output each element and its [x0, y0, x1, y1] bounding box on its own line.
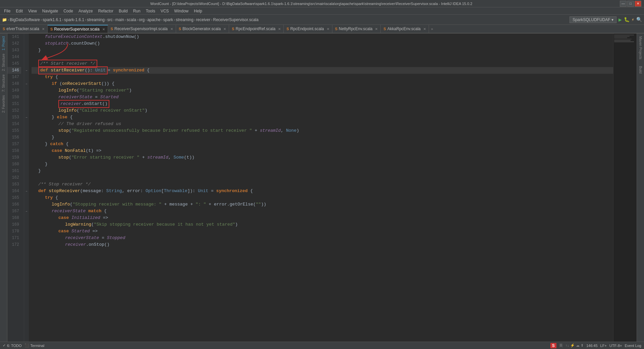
linenum-150: 150: [7, 94, 21, 101]
code-line-167: receiverState match {: [32, 208, 613, 215]
tab-icon-bg: S: [179, 27, 181, 31]
event-log-button[interactable]: Event Log: [625, 344, 641, 348]
tab-icon-active: S: [50, 27, 53, 31]
menu-edit[interactable]: Edit: [13, 8, 25, 14]
linenum-145: 145: [7, 60, 21, 67]
code-line-156: }: [32, 134, 613, 141]
build-panel-toggle[interactable]: Build: [639, 65, 642, 75]
menu-refactor[interactable]: Refactor: [96, 8, 116, 14]
code-content[interactable]: futureExecutionContext.shutdownNow() sto…: [29, 34, 613, 342]
menu-run[interactable]: Run: [130, 8, 143, 14]
project-panel-toggle[interactable]: 1: Project: [2, 35, 5, 52]
menu-navigate[interactable]: Navigate: [40, 8, 61, 14]
code-line-144: [32, 54, 613, 60]
structure-panel-toggle[interactable]: 2: Structure: [2, 52, 5, 72]
linenum-153: 153: [7, 114, 21, 121]
tab-close-receiversupervisor[interactable]: ✕: [102, 27, 105, 31]
fold-164[interactable]: –: [24, 188, 29, 194]
breadcrumb-spark16[interactable]: spark-1.6.1: [64, 17, 84, 22]
breadcrumb-spark1[interactable]: spark1.6.1: [43, 17, 61, 22]
menu-window[interactable]: Window: [171, 8, 191, 14]
linenum-155: 155: [7, 127, 21, 134]
code-line-151: receiver.onStart(): [32, 101, 613, 107]
code-line-153: } else {: [32, 114, 613, 121]
breadcrumb-d[interactable]: 📁: [2, 17, 7, 22]
linenum-154: 154: [7, 121, 21, 127]
breadcrumb-bigdata[interactable]: BigDataSoftware: [10, 17, 40, 22]
breadcrumb-src[interactable]: src: [107, 17, 113, 22]
run-button[interactable]: ▶: [619, 16, 622, 23]
code-line-160: }: [32, 161, 613, 168]
linenum-151: 151: [7, 101, 21, 107]
fold-146[interactable]: –: [24, 67, 29, 74]
toolbar: 📁 › BigDataSoftware › spark1.6.1 › spark…: [0, 15, 644, 25]
debug-button[interactable]: 🐛: [624, 17, 630, 22]
breadcrumb-streaming[interactable]: streaming: [87, 17, 105, 22]
hierarchy-panel-toggle[interactable]: 7: Structure: [2, 73, 5, 93]
code-line-143: }: [32, 47, 613, 54]
breadcrumb-receiver[interactable]: receiver: [196, 17, 211, 22]
tabs-overflow[interactable]: »: [429, 27, 435, 31]
breadcrumb-scala[interactable]: scala: [127, 17, 136, 22]
code-line-157: } catch {: [32, 141, 613, 148]
terminal-button[interactable]: ⬛ Terminal: [24, 343, 45, 348]
breadcrumb-apache[interactable]: apache: [147, 17, 160, 22]
search-everywhere-button[interactable]: 🔍: [636, 17, 642, 22]
code-line-154: // The driver refused us: [32, 121, 613, 127]
menu-tools[interactable]: Tools: [143, 8, 158, 14]
menu-view[interactable]: View: [25, 8, 40, 14]
tab-close-rpc[interactable]: ✕: [327, 27, 329, 31]
linenum-161: 161: [7, 168, 21, 174]
tab-close-akka[interactable]: ✕: [423, 27, 426, 31]
config-dropdown[interactable]: SparkSQLUDFUDAF ▾: [570, 16, 616, 23]
code-line-152: logInfo("Called receiver onStart"): [32, 107, 613, 114]
fold-167[interactable]: –: [24, 208, 29, 215]
linenum-156: 156: [7, 134, 21, 141]
tab-close-impl[interactable]: ✕: [170, 27, 173, 31]
breadcrumb-streaming2[interactable]: streaming: [176, 17, 194, 22]
linenum-159: 159: [7, 154, 21, 161]
menu-file[interactable]: File: [1, 8, 13, 14]
todo-button[interactable]: ✓ 6: TODO: [3, 343, 22, 348]
linenum-162: 162: [7, 174, 21, 181]
code-line-161: }: [32, 168, 613, 174]
tab-nettyrpc[interactable]: S NettyRpcEnv.scala ✕: [332, 25, 381, 33]
fold-148[interactable]: –: [24, 80, 29, 87]
tab-eivertracker[interactable]: S eIverTracker.scala ✕: [0, 25, 48, 33]
breadcrumb-main[interactable]: main: [115, 17, 124, 22]
breadcrumb-org[interactable]: org: [139, 17, 145, 22]
maximize-button[interactable]: □: [627, 1, 634, 7]
tab-icon-netty: S: [335, 27, 337, 31]
tab-receiversupervisor[interactable]: S ReceiverSupervisor.scala ✕: [48, 25, 108, 33]
favorites-panel-toggle[interactable]: 2: Favorites: [2, 94, 5, 114]
maven-panel-toggle[interactable]: Maven Projects: [639, 35, 642, 61]
close-button[interactable]: ✕: [635, 1, 641, 7]
menu-vcs[interactable]: VCS: [158, 8, 172, 14]
tab-akkarp[interactable]: S AkkaRpcEnv.scala ✕: [381, 25, 429, 33]
tab-receiversupervisorimpl[interactable]: S ReceiverSupervisorImpl.scala ✕: [108, 25, 176, 33]
left-panel-gutter: 1: Project 2: Structure 7: Structure 2: …: [0, 34, 7, 342]
menu-build[interactable]: Build: [116, 8, 130, 14]
tab-close-eivertracker[interactable]: ✕: [42, 27, 45, 31]
tab-rpcendpointref[interactable]: S RpcEndpointRef.scala ✕: [229, 25, 284, 33]
menu-analyze[interactable]: Analyze: [76, 8, 96, 14]
tab-close-rpcref[interactable]: ✕: [278, 27, 281, 31]
coverage-button[interactable]: ⚡: [632, 17, 634, 22]
minimap: [613, 34, 637, 342]
code-editor[interactable]: 141 142 143 144 145 146 147 148 149 150 …: [7, 34, 613, 342]
menu-code[interactable]: Code: [61, 8, 76, 14]
fold-153[interactable]: –: [24, 114, 29, 121]
linenum-141: 141: [7, 34, 21, 40]
breadcrumb-file[interactable]: ReceiverSupervisor.scala: [213, 17, 258, 22]
code-line-165: try {: [32, 194, 613, 201]
linenum-148: 148: [7, 80, 21, 87]
tab-close-netty[interactable]: ✕: [375, 27, 378, 31]
breadcrumb-spark[interactable]: spark: [163, 17, 173, 22]
tab-close-bg[interactable]: ✕: [223, 27, 226, 31]
code-line-150: receiverState = Started: [32, 94, 613, 101]
minimize-button[interactable]: —: [620, 1, 627, 7]
linenum-168: 168: [7, 215, 21, 221]
menu-help[interactable]: Help: [191, 8, 205, 14]
tab-blockgenerator[interactable]: S BlockGenerator.scala ✕: [176, 25, 229, 33]
tab-rpcendpoint[interactable]: S RpcEndpoint.scala ✕: [284, 25, 332, 33]
